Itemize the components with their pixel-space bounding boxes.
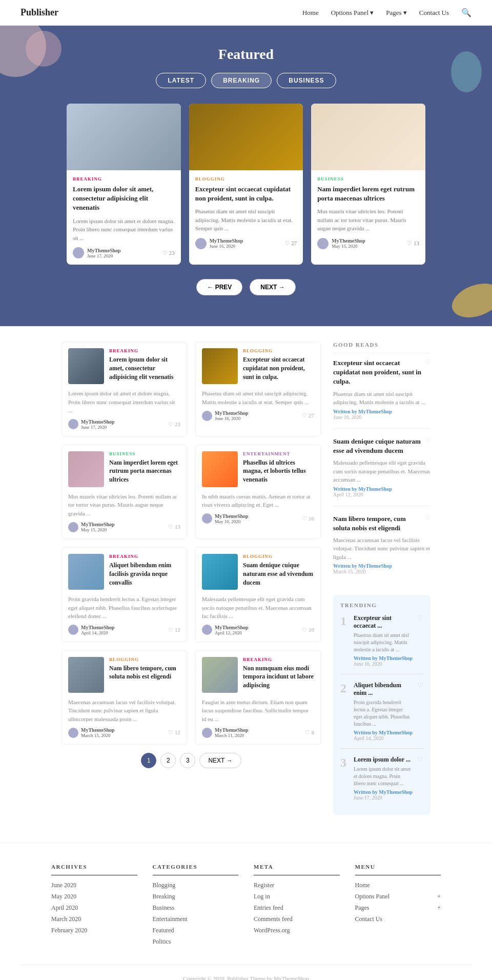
article-thumb-3 — [202, 451, 238, 487]
article-avatar-7 — [202, 728, 212, 738]
trending-excerpt-2: Lorem ipsum dolor sit amet et dolore mag… — [354, 766, 413, 787]
article-category-7: BREAKING — [243, 657, 314, 662]
nav-pages[interactable]: Pages ▾ — [386, 9, 407, 17]
article-like-7[interactable]: ♡ 8 — [305, 729, 314, 736]
tab-business[interactable]: BUSINESS — [277, 73, 336, 88]
search-icon[interactable]: 🔍 — [461, 8, 471, 17]
page-btn-2[interactable]: 2 — [160, 753, 176, 768]
footer-meta: META Register Log in Entries feed Commen… — [254, 864, 340, 949]
article-avatar-2 — [68, 522, 78, 532]
article-like-1[interactable]: ♡ 27 — [302, 412, 314, 419]
footer-cat-breaking[interactable]: Breaking — [153, 893, 239, 901]
good-read-title-1: Suam denique cuique naturam esse ad vive… — [333, 437, 422, 455]
hero-card-category-0: BREAKING — [73, 176, 175, 182]
trending-title-0: Excepteur sint occaecat ... — [354, 614, 413, 630]
good-read-author-1: Written by MyThemeShop — [333, 486, 430, 492]
article-like-4[interactable]: ♡ 12 — [168, 627, 180, 633]
footer-cat-politics[interactable]: Politics — [153, 938, 239, 946]
article-title-6: Nam libero tempore, cum soluta nobis est… — [109, 664, 180, 682]
page-btn-3[interactable]: 3 — [180, 753, 195, 768]
article-excerpt-7: Faugiat in ante metus dictum. Etiam non … — [202, 698, 314, 724]
like-count-1[interactable]: ♡ 27 — [285, 240, 297, 247]
article-like-5[interactable]: ♡ 10 — [302, 627, 314, 633]
article-excerpt-5: Malesuada pellentesque elit eget gravida… — [202, 595, 314, 621]
nav-contact[interactable]: Contact Us — [419, 9, 449, 17]
good-read-like-1[interactable]: ♡ — [425, 437, 430, 445]
next-page-button[interactable]: NEXT → — [199, 753, 241, 768]
article-avatar-1 — [202, 411, 212, 421]
footer-meta-heading: META — [254, 864, 340, 870]
article-thumb-6 — [68, 657, 104, 693]
article-card-3: ENTERTAINMENT Phasellus id ultrices magn… — [195, 445, 321, 539]
good-read-author-2: Written by MyThemeShop — [333, 563, 430, 569]
article-like-3[interactable]: ♡ 16 — [302, 515, 314, 522]
footer-menu-pages[interactable]: Pages + — [355, 904, 441, 912]
article-date-4: April 14, 2020 — [81, 630, 115, 635]
article-excerpt-0: Lorem ipsum dolor sit amet et dolore mag… — [68, 389, 180, 415]
sidebar: GOOD READS Excepteur sint occaecat cupid… — [333, 342, 430, 827]
nav-home[interactable]: Home — [302, 9, 319, 17]
trending-like-0[interactable]: ♡ — [418, 614, 423, 667]
footer-cat-entertainment[interactable]: Entertainment — [153, 915, 239, 923]
hero-card-image-0 — [67, 104, 181, 170]
like-count-0[interactable]: ♡ 23 — [162, 250, 175, 256]
article-category-3: ENTERTAINMENT — [243, 451, 314, 456]
footer-menu: MENU Home Options Panel + Pages + Contac… — [355, 864, 441, 949]
footer-menu-options[interactable]: Options Panel + — [355, 893, 441, 901]
article-like-6[interactable]: ♡ 12 — [168, 729, 180, 736]
trending-section: TRENDING 1 Excepteur sint occaecat ... P… — [333, 595, 430, 815]
footer-meta-login[interactable]: Log in — [254, 893, 340, 901]
article-title-7: Non numquam eius modi tempora incidunt u… — [243, 664, 314, 690]
footer-meta-entries-feed[interactable]: Entries feed — [254, 904, 340, 912]
footer-cat-blogging[interactable]: Blogging — [153, 882, 239, 889]
article-date-3: May 10, 2020 — [215, 519, 249, 524]
hero-card-title-1: Excepteur sint occaecat cupidatat non pr… — [195, 185, 297, 203]
article-category-6: BLOGGING — [109, 657, 180, 662]
trending-like-1[interactable]: ♡ — [418, 682, 423, 741]
footer-archive-april[interactable]: April 2020 — [51, 904, 137, 912]
next-button[interactable]: NEXT → — [250, 279, 295, 295]
article-author-name-4: MyThemeShop — [81, 625, 115, 630]
footer-archive-may[interactable]: May 2020 — [51, 893, 137, 901]
hero-card-title-2: Nam imperdiet lorem eget rutrum porta ma… — [317, 185, 419, 203]
article-author-name-7: MyThemeShop — [215, 727, 249, 733]
article-date-2: May 15, 2020 — [81, 527, 115, 532]
footer-archive-june[interactable]: June 2020 — [51, 882, 137, 889]
trending-like-2[interactable]: ♡ — [418, 756, 423, 801]
hero-card-image-1 — [189, 104, 303, 170]
nav-options[interactable]: Options Panel ▾ — [331, 9, 374, 17]
good-read-like-0[interactable]: ♡ — [425, 358, 430, 366]
good-read-like-2[interactable]: ♡ — [425, 514, 430, 522]
footer-cat-featured[interactable]: Featured — [153, 927, 239, 934]
footer: ARCHIVES June 2020 May 2020 April 2020 M… — [0, 843, 492, 980]
article-thumb-1 — [202, 348, 238, 384]
article-title-1: Excepteur sint occaecat cupidatat non pr… — [243, 355, 314, 381]
good-read-date-0: June 16, 2020 — [333, 414, 430, 420]
trending-item-0: 1 Excepteur sint occaecat ... Phaetrus d… — [340, 614, 423, 674]
article-like-2[interactable]: ♡ 13 — [168, 524, 180, 530]
article-thumb-5 — [202, 554, 238, 590]
hero-card-1: BLOGGING Excepteur sint occaecat cupidat… — [189, 104, 303, 265]
author-date-0: June 17, 2020 — [87, 253, 121, 258]
like-count-2[interactable]: ♡ 13 — [407, 240, 419, 247]
trending-date-2: June 17, 2020 — [354, 795, 413, 801]
articles-grid: BREAKING Lorem ipsum dolor sit amet, con… — [61, 342, 321, 827]
tab-latest[interactable]: LATEST — [156, 73, 206, 88]
tab-breaking[interactable]: BREAKING — [211, 73, 272, 88]
footer-menu-contact[interactable]: Contact Us — [355, 915, 441, 923]
footer-cat-business[interactable]: Business — [153, 904, 239, 912]
footer-archive-february[interactable]: February 2020 — [51, 927, 137, 934]
footer-menu-home[interactable]: Home — [355, 882, 441, 889]
article-like-0[interactable]: ♡ 23 — [168, 421, 180, 428]
footer-archive-march[interactable]: March 2020 — [51, 915, 137, 923]
footer-meta-comments-feed[interactable]: Comments feed — [254, 915, 340, 923]
page-btn-1[interactable]: 1 — [141, 753, 156, 768]
article-excerpt-6: Maecenas accumsan lacus vel facilisis vo… — [68, 698, 180, 724]
prev-button[interactable]: ← PREV — [196, 279, 242, 295]
footer-archives: ARCHIVES June 2020 May 2020 April 2020 M… — [51, 864, 137, 949]
author-date-2: May 15, 2020 — [332, 244, 365, 249]
article-card-6: BLOGGING Nam libero tempore, cum soluta … — [61, 650, 187, 745]
footer-meta-wordpress[interactable]: WordPress.org — [254, 927, 340, 934]
good-read-2: Nam libero tempore, cum soluta nobis est… — [333, 514, 430, 583]
footer-meta-register[interactable]: Register — [254, 882, 340, 889]
